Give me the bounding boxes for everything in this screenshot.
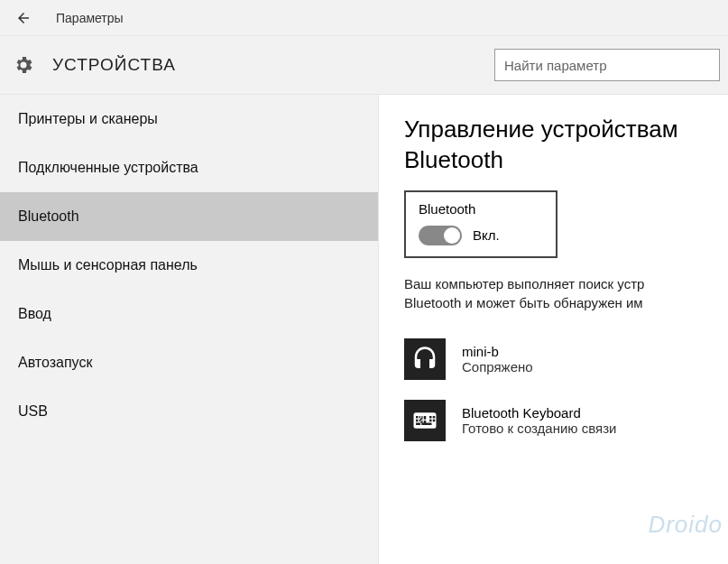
toggle-label: Bluetooth xyxy=(419,201,543,217)
sidebar-item-bluetooth[interactable]: Bluetooth xyxy=(0,192,378,241)
sidebar-item-printers[interactable]: Принтеры и сканеры xyxy=(0,95,378,143)
sidebar: Принтеры и сканеры Подключенные устройст… xyxy=(0,95,379,564)
gear-icon xyxy=(11,52,36,78)
back-button[interactable] xyxy=(9,4,38,32)
section-title: УСТРОЙСТВА xyxy=(52,55,176,75)
arrow-left-icon xyxy=(15,10,32,26)
toggle-knob xyxy=(444,227,460,244)
device-status: Сопряжено xyxy=(462,359,533,374)
sidebar-item-connected-devices[interactable]: Подключенные устройства xyxy=(0,143,378,192)
watermark: Droido xyxy=(648,511,723,539)
search-input[interactable]: Найти параметр xyxy=(494,49,720,81)
headset-icon xyxy=(404,338,446,380)
bluetooth-toggle[interactable] xyxy=(419,226,462,245)
window-title: Параметры xyxy=(56,11,124,25)
keyboard-icon xyxy=(404,400,446,441)
sidebar-item-mouse-touchpad[interactable]: Мышь и сенсорная панель xyxy=(0,241,378,290)
sidebar-item-usb[interactable]: USB xyxy=(0,387,378,436)
search-placeholder: Найти параметр xyxy=(504,58,607,73)
header: УСТРОЙСТВА Найти параметр xyxy=(0,36,728,95)
bluetooth-description: Ваш компьютер выполняет поиск устр Bluet… xyxy=(404,274,728,314)
sidebar-item-input[interactable]: Ввод xyxy=(0,290,378,338)
bluetooth-toggle-box: Bluetooth Вкл. xyxy=(404,190,558,258)
content-pane: Управление устройствам Bluetooth Bluetoo… xyxy=(379,95,728,564)
device-name: mini-b xyxy=(462,344,533,359)
toggle-state-label: Вкл. xyxy=(473,227,500,243)
device-name: Bluetooth Keyboard xyxy=(462,405,616,421)
device-row[interactable]: mini-b Сопряжено xyxy=(404,338,728,380)
device-status: Готово к созданию связи xyxy=(462,421,616,436)
sidebar-item-autoplay[interactable]: Автозапуск xyxy=(0,338,378,387)
titlebar: Параметры xyxy=(0,0,728,36)
device-row[interactable]: Bluetooth Keyboard Готово к созданию свя… xyxy=(404,400,728,441)
page-title: Управление устройствам Bluetooth xyxy=(404,115,728,176)
